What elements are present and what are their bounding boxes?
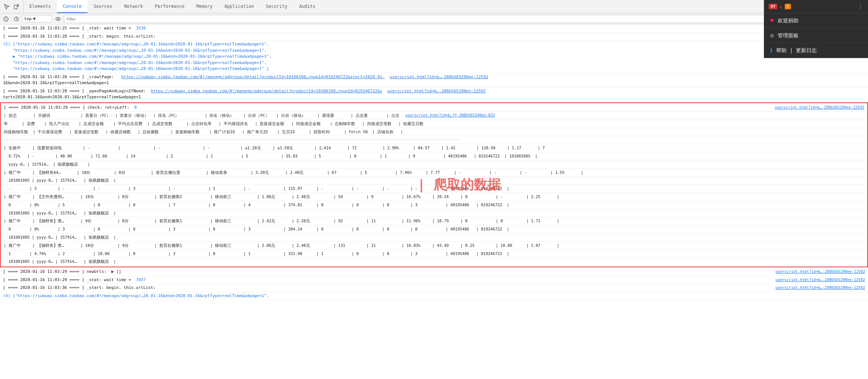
log-source[interactable]: userscript.html?id=b…7f-280b565290ee:833 [402, 112, 498, 118]
devtools-left-icons [0, 0, 23, 13]
log-text: [ ==== 2020-01-16 11:03:36 ==== ] _start… [0, 284, 772, 292]
error-badge: 97 [769, 4, 777, 9]
svg-line-6 [16, 19, 17, 20]
inspect-icon[interactable] [2, 2, 11, 11]
tab-sources[interactable]: Sources [87, 0, 118, 13]
data-row: | 推广中 | 【抽样夹A4… | 10分 | 8分 | 首页左侧位置 | 移动… [1, 169, 867, 177]
data-row: | 推广中 | 【抽样夹】查… | 10分 | 9分 | 首页右侧第1 | 移动… [1, 242, 867, 250]
context-selector[interactable]: top ▼ [22, 15, 52, 22]
data-text: yyyy-0… | 157914… | 创易旗舰店 | [1, 161, 93, 168]
more-options-icon[interactable]: ⋮ [858, 3, 864, 10]
tab-memory[interactable]: Memory [190, 0, 218, 13]
log-line: [ ==== 2020-01-16 11:03:36 ==== ] _start… [0, 284, 868, 292]
data-text: | 推广中 | 【抽样夹】查… | 10分 | 9分 | 首页右侧第1 | 移动… [1, 242, 562, 249]
gear-icon: ⚙ [770, 32, 774, 39]
log-text: [ ==== 2020-01-16 11:03:29 ==== ] _stat:… [0, 277, 772, 284]
data-row: | 推广中 | 【文件夹透明… | 10分 | 8分 | 首页右侧第2 | 移动… [1, 193, 867, 201]
log-text: [ ==== 2020-01-16 11:03:28 ==== ] _crawl… [0, 74, 868, 87]
data-text: 101001005 | yyyy-0… | 157914… | 创易旗舰店 | [1, 234, 119, 241]
column-header-row2: 率 | 花费 | 投入产出比 | 总成交金额 | 平均点击花费 | 总成交笔数 … [1, 120, 867, 128]
data-text: - | 3 | - | - | 3 | - | 1 | - | 115.97 |… [1, 185, 512, 192]
tab-console[interactable]: Console [57, 0, 88, 13]
device-toggle-icon[interactable] [12, 2, 21, 11]
log-text: [ ==== 2020-01-16 11:03:29 ==== ] check:… [1, 104, 772, 111]
warning-badge: 5 [785, 4, 791, 9]
data-section: | 爬取的数据 [ ==== 2020-01-16 11:03:29 ==== … [0, 102, 868, 268]
menu-item-admin[interactable]: ⚙ 管理面板 [764, 28, 868, 43]
data-row: yyyy-0… | 157914… | 创易旗舰店 | [1, 160, 867, 169]
data-text: 101001005 | yyyy-0… | 157914… | 创易旗舰店 | [1, 258, 119, 265]
menu-label-donate: 欢迎捐助 [778, 17, 798, 24]
log-line: (4) ["https://subway.simba.taobao.com/#!… [0, 292, 868, 300]
svg-point-8 [57, 18, 59, 20]
data-row: | 生效中 | 流量智选词包 | - | | - | - | ≤1.20元 | … [1, 144, 867, 152]
data-row: | 推广中 | 【抽样夹】查… | 9分 | 8分 | 首页右侧第1 | 移动前… [1, 217, 867, 225]
data-text: 101001005 | yyyy-0… | 157914… | 创易旗舰店 | [1, 177, 119, 184]
log-text: [ ==== 2020-01-16 11:03:25 ==== ] _stat:… [0, 25, 868, 32]
tab-audits[interactable]: Audits [293, 0, 321, 13]
log-source[interactable]: userscript.html?id=b…-280b565290ee:12592 [772, 268, 868, 275]
header-text: | 状态 | 关键词 | 质量分（PC） | 质量分（移动） | 排名（PC） … [1, 112, 402, 119]
divider-text: ────────────────────────────────────────… [1, 136, 463, 143]
log-source[interactable]: userscript.html?id=b…-280b565290ee:12592 [772, 284, 868, 291]
log-line: [ ==== 2020-01-16 11:03:28 ==== ] _crawl… [0, 73, 868, 87]
data-text: | 生效中 | 流量智选词包 | - | | - | - | ≤1.20元 | … [1, 144, 548, 152]
menu-label-admin: 管理面板 [778, 32, 798, 39]
tab-bar: Elements Console Sources Network Perform… [0, 0, 868, 13]
tabs-container: Elements Console Sources Network Perform… [23, 0, 868, 13]
heart-icon: ♥ [770, 17, 774, 24]
data-row: 0 | 0% | 3 | 0 | 0 | 3 | 0 | 3 | 204.24 … [1, 225, 867, 233]
log-line: [ ==== 2020-01-16 11:03:28 ==== ] _start… [0, 33, 868, 41]
data-row: 0 | 0% | 5 | 0 | 0 | 7 | 0 | 4 | 374.81 … [1, 201, 867, 209]
menu-item-donate[interactable]: ♥ 欢迎捐助 [764, 13, 868, 28]
data-row: 101001005 | yyyy-0… | 157914… | 创易旗舰店 | [1, 233, 867, 242]
log-text: (5) ["https://subway.simba.taobao.com/#!… [0, 41, 806, 73]
svg-rect-1 [17, 4, 19, 6]
column-header-row1: | 状态 | 关键词 | 质量分（PC） | 质量分（移动） | 排名（PC） … [1, 112, 867, 120]
filter-input[interactable] [64, 15, 830, 23]
tab-performance[interactable]: Performance [149, 0, 190, 13]
data-row: 101001005 | yyyy-0… | 157914… | 创易旗舰店 | [1, 209, 867, 217]
log-source[interactable]: userscript.html?id=b…-280b565290ee:12592 [772, 277, 868, 283]
column-header-row3: 间接购物车数 | 千次展现花费 | 直接成交笔数 | 收藏店铺数 | 总收藏数 … [1, 128, 867, 136]
data-text: 101001005 | yyyy-0… | 157914… | 创易旗舰店 | [1, 210, 119, 217]
data-row: 1 | 4.76% | 2 | 10.80 | 0 | 3 | 0 | 1 | … [1, 250, 867, 258]
log-line: [ ==== 2020-01-16 11:03:25 ==== ] _stat:… [0, 25, 868, 33]
log-source[interactable]: userscript.html?id=b…-280b565290ee:12592 [772, 104, 867, 111]
console-toolbar: top ▼ All levels ▼ [0, 13, 868, 25]
data-row: 101001005 | yyyy-0… | 157914… | 创易旗舰店 | [1, 176, 867, 185]
link-value[interactable]: 3536 [136, 26, 146, 31]
data-header-line: [ ==== 2020-01-16 11:03:29 ==== ] check:… [1, 104, 867, 112]
context-arrow: ▼ [33, 16, 36, 21]
right-panel-header: 97 ⚠ 5 ⋮ [764, 0, 868, 13]
log-text: (4) ["https://subway.simba.taobao.com/#!… [0, 293, 868, 300]
eye-icon[interactable] [54, 15, 62, 23]
tab-security[interactable]: Security [260, 0, 293, 13]
header-text: 率 | 花费 | 投入产出比 | 总成交金额 | 平均点击花费 | 总成交笔数 … [1, 120, 427, 127]
clear-console-icon[interactable] [1, 15, 10, 23]
tab-application[interactable]: Application [218, 0, 260, 13]
data-row: 101001005 | yyyy-0… | 157914… | 创易旗舰店 | [1, 258, 867, 266]
menu-label-help: 帮助 | 更新日志 [776, 47, 817, 54]
divider-row: ────────────────────────────────────────… [1, 136, 867, 144]
info-icon: ℹ [770, 47, 772, 54]
log-line: [ ==== 2020-01-16 11:03:29 ==== ] _stat:… [0, 276, 868, 284]
data-row: 9.72% | - | 48.90 | 71.60 | 14 | 2 | 1 |… [1, 152, 867, 160]
svg-line-3 [5, 18, 7, 20]
header-text: 间接购物车数 | 千次展现花费 | 直接成交笔数 | 收藏店铺数 | 总收藏数 … [1, 128, 406, 136]
tab-elements[interactable]: Elements [23, 0, 57, 13]
data-text: | 推广中 | 【抽样夹】查… | 9分 | 8分 | 首页右侧第1 | 移动前… [1, 217, 562, 224]
console-content[interactable]: [ ==== 2020-01-16 11:03:25 ==== ] _stat:… [0, 25, 868, 377]
log-line: [ ==== 2020-01-16 11:03:29 ==== ] newUrl… [0, 268, 868, 276]
data-text: 1 | 4.76% | 2 | 10.80 | 0 | 3 | 0 | 1 | … [1, 250, 512, 257]
data-text: | 推广中 | 【文件夹透明… | 10分 | 8分 | 首页右侧第2 | 移动… [1, 193, 562, 200]
menu-item-help[interactable]: ℹ 帮助 | 更新日志 [764, 43, 868, 58]
tab-network[interactable]: Network [118, 0, 149, 13]
data-text: 0 | 0% | 3 | 0 | 0 | 3 | 0 | 3 | 204.24 … [1, 226, 512, 233]
svg-rect-0 [14, 5, 17, 9]
log-text: [ ==== 2020-01-16 11:03:29 ==== ] newUrl… [0, 268, 772, 276]
preserve-log-icon[interactable] [12, 15, 21, 23]
log-text: [ ==== 2020-01-16 11:03:28 ==== ] _openP… [0, 88, 868, 101]
data-text: 0 | 0% | 5 | 0 | 0 | 7 | 0 | 4 | 374.81 … [1, 201, 512, 208]
log-line: [ ==== 2020-01-16 11:03:28 ==== ] _openP… [0, 87, 868, 102]
